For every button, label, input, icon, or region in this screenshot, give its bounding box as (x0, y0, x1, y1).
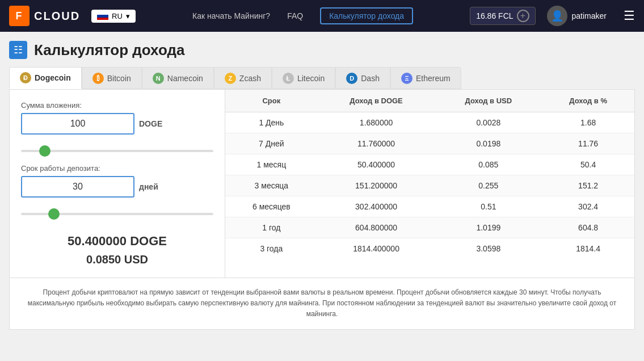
investment-group: Сумма вложения: DOGE (21, 101, 213, 135)
logo-icon: F (9, 6, 30, 26)
table-row: 3 года1814.4000003.05981814.4 (225, 238, 634, 259)
deposit-unit: дней (139, 182, 158, 191)
balance-area: 16.86 FCL + (470, 7, 535, 25)
coin-tab-litecoin[interactable]: ŁLitecoin (272, 67, 335, 89)
table-row: 1 месяц50.4000000.08550.4 (225, 154, 634, 175)
investment-currency: DOGE (139, 119, 162, 128)
table-row: 1 год604.8000001.0199604.8 (225, 217, 634, 238)
deposit-input[interactable] (21, 176, 134, 198)
investment-slider-container (21, 145, 213, 154)
mining-link[interactable]: Как начать Майнинг? (192, 11, 270, 20)
cell-period: 7 Дней (225, 133, 318, 154)
username: patimaker (572, 11, 607, 20)
table-row: 7 Дней11.7600000.019811.76 (225, 133, 634, 154)
table-row: 3 месяца151.2000000.255151.2 (225, 175, 634, 196)
col-usd: Доход в USD (435, 90, 542, 112)
cell-percent: 302.4 (542, 196, 634, 217)
investment-label: Сумма вложения: (21, 101, 213, 110)
result-usd: 0.0850 USD (21, 253, 213, 266)
page-title: Калькулятор дохода (34, 41, 184, 59)
logo-text: CLOUD (34, 10, 80, 23)
cell-percent: 604.8 (542, 217, 634, 238)
cell-doge: 50.400000 (318, 154, 435, 175)
deposit-input-row: дней (21, 176, 213, 198)
language-button[interactable]: RU ▾ (91, 10, 136, 23)
coin-tab-bitcoin[interactable]: ₿Bitcoin (82, 67, 142, 89)
calculator-icon: ☷ (9, 41, 27, 59)
cell-usd: 0.51 (435, 196, 542, 217)
cell-usd: 0.0028 (435, 112, 542, 133)
calculator-nav-button[interactable]: Калькулятор дохода (320, 7, 413, 24)
coin-tab-dogecoin[interactable]: ÐDogecoin (9, 67, 82, 89)
income-table: Срок Доход в DOGE Доход в USD Доход в % … (225, 90, 634, 259)
page-title-row: ☷ Калькулятор дохода (9, 41, 635, 59)
ethereum-coin-label: Ethereum (416, 74, 451, 83)
coin-tab-zcash[interactable]: ZZcash (214, 67, 272, 89)
cell-period: 1 год (225, 217, 318, 238)
faq-link[interactable]: FAQ (287, 11, 303, 20)
namecoin-coin-label: Namecoin (167, 74, 203, 83)
coin-tab-ethereum[interactable]: ΞEthereum (390, 67, 461, 89)
user-area: 👤 patimaker (547, 6, 607, 26)
cell-percent: 50.4 (542, 154, 634, 175)
dash-coin-label: Dash (361, 74, 380, 83)
lang-label: RU (112, 12, 123, 20)
cell-doge: 1814.400000 (318, 238, 435, 259)
result-crypto: 50.400000 DOGE (21, 234, 213, 249)
table-row: 6 месяцев302.4000000.51302.4 (225, 196, 634, 217)
col-period: Срок (225, 90, 318, 112)
deposit-label: Срок работы депозита: (21, 164, 213, 173)
cell-percent: 1.68 (542, 112, 634, 133)
dogecoin-coin-icon: Ð (20, 72, 31, 83)
cell-doge: 11.760000 (318, 133, 435, 154)
lang-dropdown-icon: ▾ (126, 12, 130, 20)
col-percent: Доход в % (542, 90, 634, 112)
litecoin-coin-label: Litecoin (297, 74, 325, 83)
deposit-group: Срок работы депозита: дней (21, 164, 213, 198)
coin-tab-dash[interactable]: DDash (335, 67, 390, 89)
deposit-slider[interactable] (21, 213, 213, 215)
add-funds-button[interactable]: + (517, 10, 529, 22)
coin-tab-namecoin[interactable]: NNamecoin (142, 67, 214, 89)
content-row: Сумма вложения: DOGE Срок работы депозит… (9, 89, 635, 278)
hamburger-icon[interactable]: ☰ (624, 9, 635, 23)
balance-value: 16.86 FCL (476, 11, 513, 20)
namecoin-coin-icon: N (153, 73, 164, 84)
cell-doge: 151.200000 (318, 175, 435, 196)
coin-tabs: ÐDogecoin₿BitcoinNNamecoinZZcashŁLitecoi… (9, 67, 635, 89)
investment-slider[interactable] (21, 150, 213, 152)
header: F CLOUD RU ▾ Как начать Майнинг? FAQ Кал… (0, 0, 644, 32)
cell-period: 3 месяца (225, 175, 318, 196)
zcash-coin-icon: Z (225, 73, 236, 84)
left-panel: Сумма вложения: DOGE Срок работы депозит… (10, 90, 225, 278)
bitcoin-coin-icon: ₿ (92, 73, 104, 84)
cell-doge: 1.680000 (318, 112, 435, 133)
cell-usd: 1.0199 (435, 217, 542, 238)
table-header-row: Срок Доход в DOGE Доход в USD Доход в % (225, 90, 634, 112)
cell-percent: 151.2 (542, 175, 634, 196)
cell-percent: 1814.4 (542, 238, 634, 259)
cell-period: 6 месяцев (225, 196, 318, 217)
balance-box: 16.86 FCL + (470, 7, 535, 25)
avatar: 👤 (547, 6, 567, 26)
zcash-coin-label: Zcash (239, 74, 261, 83)
cell-usd: 0.0198 (435, 133, 542, 154)
dash-coin-icon: D (346, 73, 357, 84)
right-panel: Срок Доход в DOGE Доход в USD Доход в % … (225, 90, 634, 278)
litecoin-coin-icon: Ł (283, 73, 294, 84)
cell-period: 3 года (225, 238, 318, 259)
svg-rect-1 (97, 15, 108, 18)
result-area: 50.400000 DOGE 0.0850 USD (21, 234, 213, 266)
cell-period: 1 День (225, 112, 318, 133)
deposit-slider-container (21, 208, 213, 217)
cell-percent: 11.76 (542, 133, 634, 154)
cell-doge: 604.800000 (318, 217, 435, 238)
svg-rect-0 (97, 12, 108, 15)
table-row: 1 День1.6800000.00281.68 (225, 112, 634, 133)
cell-period: 1 месяц (225, 154, 318, 175)
investment-input[interactable] (21, 113, 134, 135)
investment-input-row: DOGE (21, 113, 213, 135)
dogecoin-coin-label: Dogecoin (35, 73, 71, 82)
cell-doge: 302.400000 (318, 196, 435, 217)
svg-rect-2 (97, 18, 108, 20)
